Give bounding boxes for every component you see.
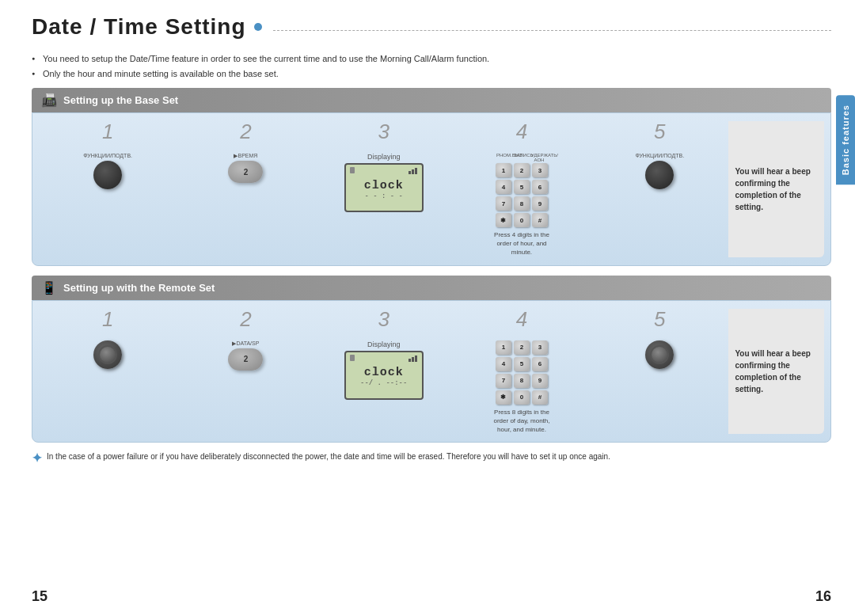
key-4[interactable]: 4 [496,180,511,194]
key-label-1: РНОМ.ВЫЗ [496,153,512,162]
page-number-right: 16 [815,588,831,605]
page: Date / Time Setting You need to setup th… [0,0,855,616]
section1-note: You will hear a beep confirming the comp… [728,121,824,257]
step2-oval-button[interactable]: 2 [228,161,263,183]
step5-number: 5 [654,121,665,142]
key-7[interactable]: 7 [496,196,511,211]
section1-title: Setting up the Base Set [63,94,178,106]
section1-steps: 1 ФУНКЦИИ/ПОДТВ. 2 ▶ВРЕМЯ 2 3 Displaying [32,112,831,266]
step3-displaying: Displaying [367,153,401,161]
key-star[interactable]: ✱ [496,213,511,227]
s2-key-1[interactable]: 1 [496,340,511,355]
lcd-clock-text: clock [364,179,404,192]
s2-step3-displaying: Displaying [367,340,401,348]
step4-keypad-wrapper: РНОМ.ВЫЗ ЗАПИСЬ УДЕРЖАТЬ/АОН 1 2 3 4 5 6… [486,153,557,257]
keypad: 1 2 3 4 5 6 7 8 9 ✱ 0 # [496,163,548,227]
page-number-left: 15 [32,588,48,605]
s2-key-4[interactable]: 4 [496,357,511,371]
s2-signal-bar-2 [412,357,414,362]
step2-number: 2 [240,121,251,142]
s2-key-8[interactable]: 8 [514,374,530,388]
key-2[interactable]: 2 [514,163,530,177]
step2-sublabel: ▶ВРЕМЯ [234,153,257,159]
section1-header: 📠 Setting up the Base Set [32,88,831,112]
lcd-time-dashes: - - : - - [364,192,403,200]
step2-btn-wrapper: ▶ВРЕМЯ 2 [228,153,263,183]
page-title: Date / Time Setting [32,14,268,40]
section2-header: 📱 Setting up with the Remote Set [32,276,831,300]
step3-number: 3 [378,121,389,142]
title-dot-icon [254,23,262,31]
step1-label: ФУНКЦИИ/ПОДТВ. [83,153,132,158]
step4-number: 4 [516,121,527,142]
intro-list: You need to setup the Date/Time feature … [32,52,831,80]
s2-key-6[interactable]: 6 [532,357,548,371]
step5-button[interactable] [645,161,674,189]
s2-key-3[interactable]: 3 [532,340,548,355]
s2-step5-number: 5 [654,309,665,329]
s2-key-7[interactable]: 7 [496,374,511,388]
section1-step5: 5 ФУНКЦИИ/ПОДТВ. [591,121,728,257]
step1-number: 1 [102,121,113,142]
s2-step4-number: 4 [516,309,527,329]
s2-key-5[interactable]: 5 [514,357,530,371]
handset-icon: 📱 [41,280,57,295]
section2-step1-remote-btn[interactable] [93,340,122,369]
s2-key-hash[interactable]: # [532,390,548,405]
section2-step2: 2 ▶DATA/SP 2 [177,309,314,435]
s2-step2-sublabel: ▶DATA/SP [232,340,259,347]
section2-step3: 3 Displaying clock --/ . --:-- [315,309,453,435]
s2-step1-number: 1 [102,309,113,329]
step5-label: ФУНКЦИИ/ПОДТВ. [635,153,684,158]
section1-step3: 3 Displaying clock - - : - - [315,121,453,257]
key-label-3: УДЕРЖАТЬ/АОН [531,153,547,162]
section2-step5: 5 [591,309,728,435]
key-8[interactable]: 8 [514,196,530,211]
section2-step5-remote-btn[interactable] [645,340,674,369]
section1-step4: 4 РНОМ.ВЫЗ ЗАПИСЬ УДЕРЖАТЬ/АОН 1 2 3 4 5… [453,121,591,257]
key-5[interactable]: 5 [514,180,530,194]
s2-key-star[interactable]: ✱ [496,390,511,405]
s2-lcd-clock-text: clock [364,366,404,379]
step3-lcd: clock - - : - - [344,163,424,212]
basic-features-tab: Basic features [836,95,855,184]
s2-step3-lcd: clock --/ . --:-- [344,351,424,400]
section2-step1: 1 [39,309,177,435]
s2-key-9[interactable]: 9 [532,374,548,388]
key-6[interactable]: 6 [532,180,548,194]
intro-item-1: You need to setup the Date/Time feature … [32,52,831,66]
key-3[interactable]: 3 [532,163,548,177]
intro-item-2: Only the hour and minute setting is avai… [32,67,831,81]
s2-step4-instruction: Press 8 digits in the order of day, mont… [486,408,557,435]
key-hash[interactable]: # [532,213,548,227]
signal-bars [408,168,417,174]
s2-step2-number: 2 [240,309,251,329]
s2-key-0[interactable]: 0 [514,390,530,405]
s2-keypad: 1 2 3 4 5 6 7 8 9 ✱ 0 # [496,340,548,405]
step1-button[interactable] [93,161,122,189]
s2-step3-number: 3 [378,309,389,329]
s2-step2-btn-wrapper: ▶DATA/SP 2 [228,340,263,371]
s2-lcd-time-dashes: --/ . --:-- [360,379,407,387]
signal-bar-3 [415,168,417,174]
key-1[interactable]: 1 [496,163,511,177]
section2-steps: 1 2 ▶DATA/SP 2 3 Displaying [32,300,831,443]
s2-signal-bar-1 [408,359,411,362]
s2-signal-bars [408,356,417,362]
section2-note: You will hear a beep confirming the comp… [728,309,824,435]
bottom-note: ✦ In the case of a power failure or if y… [32,452,831,465]
s2-step2-oval-button[interactable]: 2 [228,348,263,371]
signal-bar-1 [408,171,411,174]
key-0[interactable]: 0 [514,213,530,227]
title-divider [273,30,831,31]
s2-key-2[interactable]: 2 [514,340,530,355]
section1-step2: 2 ▶ВРЕМЯ 2 [177,121,314,257]
section2-title: Setting up with the Remote Set [63,282,215,294]
note-star-icon: ✦ [32,452,42,465]
key-9[interactable]: 9 [532,196,548,211]
signal-bar-2 [412,169,414,174]
section1-step1: 1 ФУНКЦИИ/ПОДТВ. [39,121,177,257]
section1-note-text: You will hear a beep confirming the comp… [735,165,818,213]
section2-note-text: You will hear a beep confirming the comp… [735,348,818,395]
keypad-label-row: РНОМ.ВЫЗ ЗАПИСЬ УДЕРЖАТЬ/АОН [496,153,548,162]
